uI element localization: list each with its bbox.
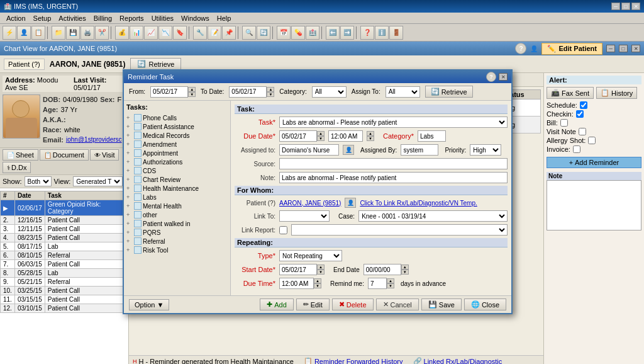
repeat-type-select[interactable]: Not Repeating bbox=[279, 250, 342, 261]
visit-btn[interactable]: 👁 Visit bbox=[90, 149, 119, 161]
note-input[interactable] bbox=[279, 172, 508, 183]
add-button[interactable]: ✚ Add bbox=[260, 299, 294, 310]
tree-item[interactable]: +Patient Assistance bbox=[126, 122, 228, 131]
due-date-down[interactable]: ▼ bbox=[317, 136, 325, 141]
tb-btn-21[interactable]: ⬅️ bbox=[326, 26, 340, 40]
menu-setup[interactable]: Setup bbox=[30, 14, 55, 23]
end-date-input[interactable] bbox=[364, 264, 401, 275]
tree-item[interactable]: +Authorizations bbox=[126, 157, 228, 166]
end-date-down[interactable]: ▼ bbox=[401, 270, 409, 275]
to-date-up[interactable]: ▲ bbox=[267, 87, 274, 92]
link-report-checkbox[interactable] bbox=[279, 226, 287, 234]
visit-note-checkbox[interactable] bbox=[579, 128, 586, 135]
tb-btn-13[interactable]: 🔧 bbox=[193, 26, 207, 40]
assigned-by-input[interactable] bbox=[401, 144, 438, 156]
tb-btn-11[interactable]: 📉 bbox=[158, 26, 172, 40]
add-reminder-button[interactable]: + Add Reminder bbox=[547, 157, 641, 168]
fax-sent-btn[interactable]: 📠 Fax Sent bbox=[547, 87, 594, 99]
category-filter-select[interactable]: All bbox=[312, 86, 347, 98]
start-date-up[interactable]: ▲ bbox=[317, 264, 325, 270]
assigned-to-picker-btn[interactable]: 👤 bbox=[343, 145, 354, 155]
chart-close-btn[interactable]: ✕ bbox=[631, 45, 640, 52]
tb-btn-20[interactable]: 🏥 bbox=[306, 26, 319, 40]
table-row[interactable]: 3. 12/11/15 Patient Call bbox=[1, 225, 128, 234]
cancel-button[interactable]: ✕ Cancel bbox=[376, 299, 419, 310]
tree-item[interactable]: +Patient walked in bbox=[126, 219, 228, 228]
sheet-btn[interactable]: 📄 Sheet bbox=[3, 149, 38, 161]
to-date-down[interactable]: ▼ bbox=[267, 92, 274, 97]
fw-patient-icon-btn[interactable]: 👤 bbox=[345, 198, 356, 208]
tb-btn-18[interactable]: 📅 bbox=[277, 26, 291, 40]
tree-item[interactable]: +other bbox=[126, 210, 228, 219]
close-button[interactable]: 🌐 Close bbox=[464, 299, 506, 310]
option-button[interactable]: Option ▼ bbox=[129, 299, 169, 310]
to-date-input[interactable] bbox=[229, 86, 267, 98]
modal-help-btn[interactable]: ? bbox=[486, 72, 496, 82]
chart-min-btn[interactable]: ─ bbox=[606, 45, 615, 52]
from-date-down[interactable]: ▼ bbox=[188, 92, 196, 97]
tb-btn-4[interactable]: 📁 bbox=[52, 26, 65, 40]
due-time-input[interactable] bbox=[328, 130, 363, 142]
invoice-checkbox[interactable] bbox=[573, 145, 580, 153]
tree-item[interactable]: +Appointment bbox=[126, 149, 228, 157]
end-date-up[interactable]: ▲ bbox=[401, 264, 409, 270]
tb-btn-12[interactable]: 🔖 bbox=[173, 26, 187, 40]
menu-activities[interactable]: Activities bbox=[55, 14, 89, 23]
table-row[interactable]: 10. 03/25/15 Patient Call bbox=[1, 287, 128, 295]
tb-btn-exit[interactable]: 🚪 bbox=[389, 26, 403, 40]
dx-btn[interactable]: ⚕ D.Dx bbox=[3, 162, 31, 173]
source-input[interactable] bbox=[279, 158, 508, 169]
show-select[interactable]: Both bbox=[25, 176, 52, 186]
link-report-select[interactable] bbox=[291, 224, 508, 236]
from-date-up[interactable]: ▲ bbox=[188, 87, 196, 92]
tb-btn-1[interactable]: ⚡ bbox=[3, 26, 16, 40]
edit-patient-button[interactable]: ✏️ Edit Patient bbox=[541, 43, 602, 55]
tb-btn-17[interactable]: 🔄 bbox=[257, 26, 270, 40]
due-time2-down[interactable]: ▼ bbox=[314, 283, 321, 288]
due-time2-up[interactable]: ▲ bbox=[314, 278, 321, 283]
menu-action[interactable]: Action bbox=[3, 14, 30, 23]
tb-btn-8[interactable]: 💰 bbox=[115, 26, 129, 40]
from-date-input[interactable] bbox=[150, 86, 188, 98]
retrieve-button[interactable]: 🔄 Retrieve bbox=[130, 58, 181, 70]
task-select[interactable]: Labs are abnormal - Please notify patien… bbox=[279, 117, 508, 128]
assigned-to-input[interactable] bbox=[279, 144, 339, 156]
delete-button[interactable]: ✖ Delete bbox=[332, 299, 374, 310]
table-row[interactable]: 5. 08/17/15 Lab bbox=[1, 242, 128, 251]
save-button[interactable]: 💾 Save bbox=[421, 299, 462, 310]
case-select[interactable]: Knee - 0001 - 03/19/14 bbox=[358, 210, 508, 222]
link-to-select[interactable] bbox=[279, 210, 330, 222]
table-row[interactable]: 7. 06/03/15 Patient Call bbox=[1, 260, 128, 269]
table-row[interactable]: 9. 05/21/15 Referral bbox=[1, 278, 128, 287]
tb-btn-22[interactable]: ➡️ bbox=[340, 26, 354, 40]
due-date-up[interactable]: ▲ bbox=[317, 131, 325, 136]
schedule-checkbox[interactable] bbox=[580, 101, 587, 109]
tree-item[interactable]: +Risk Tool bbox=[126, 246, 228, 254]
menu-windows[interactable]: Windows bbox=[177, 14, 213, 23]
history-btn[interactable]: 📋 History bbox=[596, 87, 637, 99]
tree-item[interactable]: +Labs bbox=[126, 193, 228, 202]
due-time-up[interactable]: ▲ bbox=[367, 131, 374, 136]
tree-item[interactable]: +Phone Calls bbox=[126, 113, 228, 122]
tb-btn-help[interactable]: ❓ bbox=[360, 26, 374, 40]
tree-item[interactable]: +Medical Records bbox=[126, 131, 228, 140]
tree-item[interactable]: +Health Maintenance bbox=[126, 184, 228, 193]
menu-billing[interactable]: Billing bbox=[90, 14, 116, 23]
tree-item[interactable]: +Referral bbox=[126, 237, 228, 246]
chart-help-btn[interactable]: ? bbox=[515, 43, 526, 54]
linked-rx-link[interactable]: 🔗 Linked Rx/Lab/Diagnostic bbox=[413, 357, 502, 364]
table-row[interactable]: 8. 05/28/15 Lab bbox=[1, 269, 128, 278]
priority-select[interactable]: High bbox=[470, 144, 501, 156]
tb-btn-10[interactable]: 📈 bbox=[144, 26, 158, 40]
tree-item[interactable]: +PQRS bbox=[126, 228, 228, 237]
category-input[interactable] bbox=[418, 130, 446, 142]
modal-close-btn[interactable]: ✕ bbox=[499, 73, 508, 81]
allergy-shot-checkbox[interactable] bbox=[588, 137, 596, 144]
minimize-btn[interactable]: ─ bbox=[611, 3, 620, 10]
fw-patient-link[interactable]: AARON, JANE (9851) bbox=[279, 200, 341, 207]
checkin-checkbox[interactable] bbox=[576, 110, 584, 118]
tree-item[interactable]: +Amendment bbox=[126, 140, 228, 149]
menu-reports[interactable]: Reports bbox=[116, 14, 148, 23]
tb-btn-6[interactable]: 🖨️ bbox=[80, 26, 94, 40]
menu-utilities[interactable]: Utilities bbox=[148, 14, 177, 23]
